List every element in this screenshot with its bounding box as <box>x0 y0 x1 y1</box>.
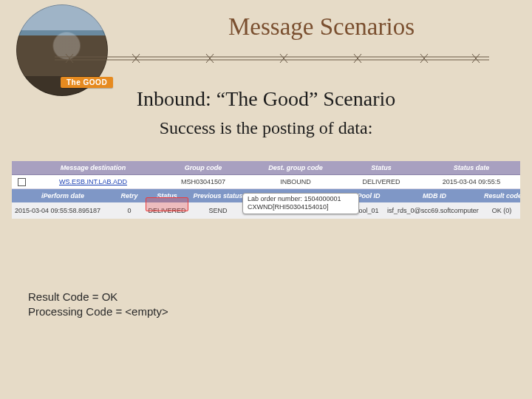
delivered-highlight <box>146 197 188 211</box>
col-group-code: Group code <box>155 161 251 175</box>
col-result-code: Result code <box>483 189 520 202</box>
message-summary-table: Message destination Group code Dest. gro… <box>12 161 520 189</box>
col-dest-group-code: Dest. group code <box>251 161 340 175</box>
cell-result-code: OK (0) <box>483 202 520 219</box>
col-perform-date: iPerform date <box>12 189 114 202</box>
col-destination: Message destination <box>31 161 155 175</box>
cell-status-date: 2015-03-04 09:55:5 <box>423 175 520 189</box>
cell-mdb-id: isf_rds_0@scc69.softcomputer <box>386 202 483 219</box>
col-status-date: Status date <box>423 161 520 175</box>
cell-status: DELIVERED <box>340 175 423 189</box>
cell-prev-status: SEND <box>189 202 247 219</box>
good-badge: The GOOD <box>61 77 113 88</box>
details-callout: Lab order number: 1504000001 CXWND[RHI50… <box>242 193 359 214</box>
message-log-screenshot: Message destination Group code Dest. gro… <box>12 161 520 219</box>
subheading-scenario: Inbound: “The Good” Scenario <box>0 87 532 111</box>
barbed-wire-divider-icon <box>55 50 489 66</box>
callout-line1: Lab order number: 1504000001 <box>248 195 354 203</box>
col-status: Status <box>340 161 423 175</box>
page-title: Message Scenarios <box>155 13 488 41</box>
slide: The GOOD Message Scenarios Inbound: “The… <box>0 0 532 399</box>
col-prev-status: Previous status <box>189 189 247 202</box>
result-notes: Result Code = OK Processing Code = <empt… <box>28 290 168 319</box>
col-retry: Retry <box>114 189 145 202</box>
col-mdb-id: MDB ID <box>386 189 483 202</box>
note-result-code: Result Code = OK <box>28 290 168 304</box>
cell-retry: 0 <box>114 202 145 219</box>
col-checkbox <box>12 161 31 175</box>
table-header-row: Message destination Group code Dest. gro… <box>12 161 520 175</box>
cell-group-code: MSH03041507 <box>155 175 251 189</box>
checkbox-icon[interactable] <box>18 178 26 186</box>
callout-line2: CXWND[RHI50304154010] <box>248 203 354 211</box>
subheading-success: Success is the posting of data: <box>0 118 532 138</box>
note-processing-code: Processing Code = <empty> <box>28 304 168 319</box>
cell-dest-group-code: INBOUND <box>251 175 340 189</box>
table-row: WS.ESB.INT.LAB.ADD MSH03041507 INBOUND D… <box>12 175 520 189</box>
row-checkbox-cell[interactable] <box>12 175 31 189</box>
cell-destination[interactable]: WS.ESB.INT.LAB.ADD <box>31 175 155 189</box>
cell-perform-date: 2015-03-04 09:55:58.895187 <box>12 202 114 219</box>
